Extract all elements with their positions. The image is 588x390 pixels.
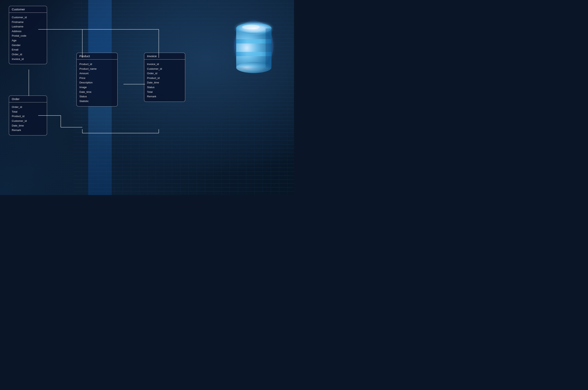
field-amount: Amount	[79, 71, 115, 76]
field-customer-id2: Customer_id	[12, 119, 44, 123]
invoice-table-title: Invoice	[144, 53, 185, 59]
field-remark2: Remark	[147, 94, 182, 99]
field-email: Email	[12, 47, 44, 52]
invoice-table: Invoice Invoice_id Customer_id Order_id …	[144, 53, 185, 102]
field-date-time2: Date_time	[79, 90, 115, 94]
field-date-time: Date_time	[12, 123, 44, 128]
invoice-table-fields: Invoice_id Customer_id Order_id Product_…	[144, 59, 185, 102]
order-table-title: Order	[9, 96, 47, 102]
field-status2: Status	[147, 85, 182, 90]
field-order-id3: Order_id	[147, 71, 182, 76]
order-table-fields: Order_id Total Product_id Customer_id Da…	[9, 102, 47, 135]
field-product-id2: Product_id	[12, 114, 44, 119]
field-age: Age	[12, 38, 44, 43]
field-image: Image	[79, 85, 115, 90]
field-invoice-id: Invoice_id	[12, 57, 44, 61]
field-invoice-id2: Invoice_id	[147, 62, 182, 67]
field-customer-id3: Customer_id	[147, 67, 182, 71]
field-firstname: Firstname	[12, 20, 44, 24]
field-order-id: Order_id	[12, 52, 44, 57]
field-customer-id: Customer_id	[12, 15, 44, 20]
svg-point-18	[242, 25, 260, 29]
field-statistic: Statistic	[79, 99, 115, 103]
field-remark: Remark	[12, 128, 44, 133]
customer-table-fields: Customer_id Firstname Lastname Address P…	[9, 13, 47, 64]
customer-table: Customer Customer_id Firstname Lastname …	[9, 6, 47, 64]
field-postal-code: Postal_code	[12, 34, 44, 38]
field-date-time3: Date_time	[147, 80, 182, 85]
customer-table-title: Customer	[9, 6, 47, 13]
field-gender: Gender	[12, 43, 44, 48]
field-product-name: Product_name	[79, 67, 115, 71]
field-status: Status	[79, 94, 115, 99]
field-address: Address	[12, 29, 44, 34]
field-price: Price	[79, 76, 115, 81]
order-table: Order Order_id Total Product_id Customer…	[9, 96, 47, 136]
svg-rect-19	[266, 28, 271, 68]
product-table: Product Product_id Product_name Amount P…	[76, 53, 118, 106]
product-table-fields: Product_id Product_name Amount Price Des…	[77, 59, 118, 106]
field-product-id3: Product_id	[79, 62, 115, 67]
field-product-id4: Product_id	[147, 76, 182, 81]
field-order-id2: Order_id	[12, 105, 44, 109]
field-description: Description	[79, 80, 115, 85]
database-icon	[231, 18, 276, 74]
product-table-title: Product	[77, 53, 118, 59]
field-total: Total	[12, 109, 44, 114]
field-lastname: Lastname	[12, 24, 44, 29]
field-total2: Total	[147, 90, 182, 94]
